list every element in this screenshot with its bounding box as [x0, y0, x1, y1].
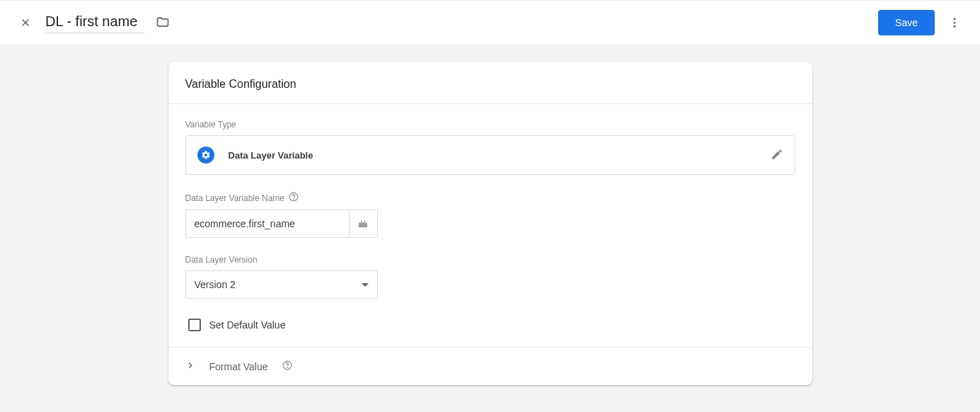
variable-type-selector[interactable]: Data Layer Variable	[185, 135, 795, 175]
svg-rect-6	[361, 221, 362, 223]
svg-point-1	[954, 22, 956, 24]
variable-title-input[interactable]	[45, 12, 144, 33]
format-value-row[interactable]: Format Value	[168, 347, 812, 385]
help-icon[interactable]	[282, 360, 292, 372]
svg-point-4	[294, 199, 294, 200]
svg-rect-5	[359, 223, 367, 228]
format-value-label: Format Value	[209, 361, 268, 372]
edit-icon	[771, 148, 783, 163]
svg-point-2	[954, 25, 956, 28]
checkbox-icon	[188, 319, 201, 331]
version-label: Data Layer Version	[185, 255, 795, 265]
gear-icon	[197, 147, 214, 164]
svg-point-9	[287, 367, 287, 368]
version-select[interactable]: Version 2	[185, 270, 378, 299]
variable-picker-button[interactable]	[350, 210, 378, 238]
save-button[interactable]: Save	[878, 10, 935, 35]
top-bar: Save	[0, 0, 980, 45]
card-title: Variable Configuration	[168, 62, 812, 103]
variable-type-name: Data Layer Variable	[229, 150, 771, 161]
chevron-down-icon	[362, 283, 369, 287]
close-icon[interactable]	[11, 8, 40, 37]
svg-rect-7	[364, 221, 366, 223]
variable-name-input[interactable]	[185, 210, 350, 238]
version-value: Version 2	[195, 279, 236, 290]
variable-config-card: Variable Configuration Variable Type Dat…	[168, 62, 812, 385]
var-name-label: Data Layer Variable Name	[185, 193, 285, 203]
default-value-checkbox[interactable]: Set Default Value	[185, 319, 795, 347]
svg-point-0	[954, 18, 956, 20]
help-icon[interactable]	[289, 192, 299, 204]
more-vert-icon[interactable]	[940, 8, 969, 37]
variable-type-label: Variable Type	[185, 120, 795, 130]
default-value-label: Set Default Value	[209, 319, 286, 331]
chevron-right-icon	[185, 360, 195, 372]
folder-icon[interactable]	[156, 15, 170, 31]
